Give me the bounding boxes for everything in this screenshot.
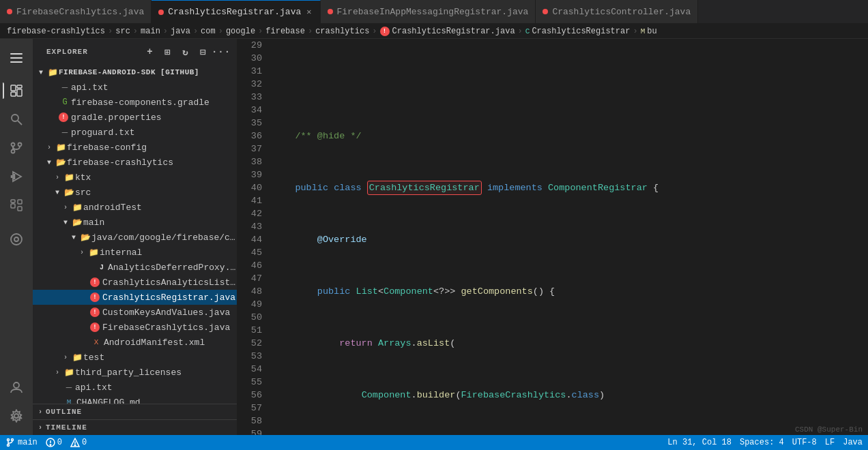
file-label: CrashlyticsRegistrar.java — [102, 292, 235, 303]
list-item[interactable]: M CHANGELOG.md — [33, 395, 237, 404]
list-item[interactable]: › 📁 ktx — [33, 170, 237, 185]
timeline-header[interactable]: › TIMELINE — [33, 420, 237, 435]
line-col[interactable]: Ln 31, Col 18 — [667, 438, 732, 447]
svg-rect-1 — [10, 57, 23, 59]
error-icon: ! — [90, 322, 100, 332]
breadcrumb-item[interactable]: src — [115, 27, 130, 36]
list-item[interactable]: ! CrashlyticsAnalyticsListener.java — [33, 275, 237, 290]
more-actions-icon[interactable]: ··· — [214, 44, 229, 59]
svg-point-23 — [14, 382, 19, 388]
list-item[interactable]: ! FirebaseCrashlytics.java — [33, 320, 237, 335]
svg-point-26 — [12, 439, 14, 441]
tab-close-button[interactable]: ✕ — [305, 6, 313, 18]
encoding[interactable]: UTF-8 — [792, 438, 817, 447]
outline-header[interactable]: › OUTLINE — [33, 404, 237, 419]
svg-point-33 — [74, 445, 76, 446]
list-item[interactable]: G firebase-components.gradle — [33, 95, 237, 110]
new-file-icon[interactable]: + — [143, 44, 158, 59]
svg-rect-4 — [17, 85, 22, 88]
file-label: FirebaseCrashlytics.java — [102, 322, 230, 333]
explorer-activity-icon[interactable] — [3, 77, 30, 104]
file-label: CHANGELOG.md — [76, 397, 141, 404]
tab-error-icon — [158, 10, 164, 15]
breadcrumb-item[interactable]: crashlytics — [315, 27, 369, 36]
list-item[interactable]: › 📁 test — [33, 350, 237, 365]
list-item[interactable]: J AnalyticsDeferredProxy.java — [33, 260, 237, 275]
extensions-activity-icon[interactable] — [3, 192, 30, 219]
settings-activity-icon[interactable] — [3, 402, 30, 430]
spaces[interactable]: Spaces: 4 — [740, 438, 784, 447]
breadcrumb-item[interactable]: com — [201, 27, 216, 36]
sidebar-title: EXPLORER — [46, 48, 88, 56]
breadcrumb-class-item[interactable]: CrashlyticsRegistrar — [532, 27, 630, 36]
list-item[interactable]: ! CrashlyticsRegistrar.java — [33, 290, 237, 305]
errors-count[interactable]: 0 — [46, 438, 62, 447]
dash-icon: — — [59, 127, 71, 138]
list-item[interactable]: ! CustomKeysAndValues.java — [33, 305, 237, 320]
source-control-activity-icon[interactable] — [3, 134, 30, 162]
collapse-all-icon[interactable]: ⊟ — [196, 44, 211, 59]
tree-root[interactable]: ▼ 📁 FIREBASE-ANDROID-SDK [GITHUB] — [33, 65, 237, 80]
tab-firebasecrashlytics[interactable]: FirebaseCrashlytics.java — [0, 0, 151, 24]
search-activity-icon[interactable] — [3, 106, 30, 133]
error-icon: ! — [59, 112, 68, 122]
activity-bar — [0, 39, 33, 435]
tab-crashlyticscontroller[interactable]: CrashlyticsController.java — [536, 0, 698, 24]
list-item[interactable]: — api.txt — [33, 380, 237, 395]
folder-label: test — [83, 352, 104, 363]
breadcrumb-item[interactable]: java — [171, 27, 190, 36]
tab-error-icon — [7, 9, 12, 14]
tab-error-icon — [542, 9, 548, 14]
list-item[interactable]: — api.txt — [33, 80, 237, 95]
tab-firebaseinappmessaging[interactable]: FirebaseInAppMessagingRegistrar.java — [321, 0, 536, 24]
breadcrumb-file-item[interactable]: CrashlyticsRegistrar.java — [392, 27, 515, 36]
svg-rect-0 — [10, 53, 23, 55]
folder-icon: 📁 — [87, 247, 100, 258]
line-ending[interactable]: LF — [825, 438, 835, 447]
breadcrumb-item[interactable]: firebase-crashlytics — [7, 27, 105, 36]
error-icon: ! — [90, 292, 100, 302]
svg-line-8 — [18, 121, 22, 125]
new-folder-icon[interactable]: ⊞ — [160, 44, 175, 59]
code-line: public List<Component<?>> getComponents(… — [273, 285, 868, 298]
list-item[interactable]: › 📁 third_party_licenses — [33, 365, 237, 380]
watermark: CSDN @Super-Bin — [795, 425, 863, 434]
svg-point-11 — [12, 150, 15, 153]
breadcrumb-item[interactable]: google — [226, 27, 255, 36]
refresh-icon[interactable]: ↻ — [178, 44, 193, 59]
code-area[interactable]: 29 30 31 32 33 34 35 36 37 38 39 40 41 4… — [237, 39, 868, 435]
chevron-down-icon: ▼ — [60, 219, 71, 226]
list-item[interactable]: › 📁 androidTest — [33, 200, 237, 215]
file-tree: ▼ 📁 FIREBASE-ANDROID-SDK [GITHUB] — api.… — [33, 65, 237, 404]
code-line: /** @hide */ — [273, 130, 868, 142]
remote-activity-icon[interactable] — [3, 226, 30, 253]
tab-label: CrashlyticsController.java — [552, 7, 691, 17]
code-content[interactable]: /** @hide */ public class CrashlyticsReg… — [270, 39, 868, 435]
tab-crashlyticsregistrar[interactable]: CrashlyticsRegistrar.java ✕ — [151, 0, 320, 24]
run-activity-icon[interactable] — [3, 163, 30, 190]
account-activity-icon[interactable] — [3, 374, 30, 401]
file-label: CrashlyticsAnalyticsListener.java — [102, 278, 237, 288]
language[interactable]: Java — [843, 438, 863, 447]
svg-rect-3 — [11, 85, 16, 91]
breadcrumb-item[interactable]: main — [141, 27, 160, 36]
file-label: proguard.txt — [71, 127, 135, 138]
list-item[interactable]: ▼ 📂 src — [33, 185, 237, 200]
list-item[interactable]: ▼ 📂 java/com/google/firebase/crashlyt... — [33, 230, 237, 245]
warnings-count[interactable]: 0 — [70, 438, 87, 447]
list-item[interactable]: ▼ 📂 firebase-crashlytics — [33, 155, 237, 170]
list-item[interactable]: ▼ 📂 main — [33, 215, 237, 230]
dash-icon: — — [63, 382, 75, 393]
list-item[interactable]: ! gradle.properties — [33, 110, 237, 125]
svg-point-9 — [12, 143, 15, 147]
breadcrumb-item[interactable]: firebase — [265, 27, 305, 36]
menu-activity-icon[interactable] — [3, 44, 30, 72]
list-item[interactable]: › 📁 firebase-config — [33, 140, 237, 155]
git-branch[interactable]: main — [5, 438, 38, 447]
chevron-right-icon: › — [52, 369, 63, 376]
list-item[interactable]: › 📁 internal — [33, 245, 237, 260]
breadcrumb-method-item[interactable]: bu — [647, 27, 656, 36]
list-item[interactable]: X AndroidManifest.xml — [33, 335, 237, 350]
list-item[interactable]: — proguard.txt — [33, 125, 237, 140]
code-editor[interactable]: 29 30 31 32 33 34 35 36 37 38 39 40 41 4… — [237, 39, 868, 435]
